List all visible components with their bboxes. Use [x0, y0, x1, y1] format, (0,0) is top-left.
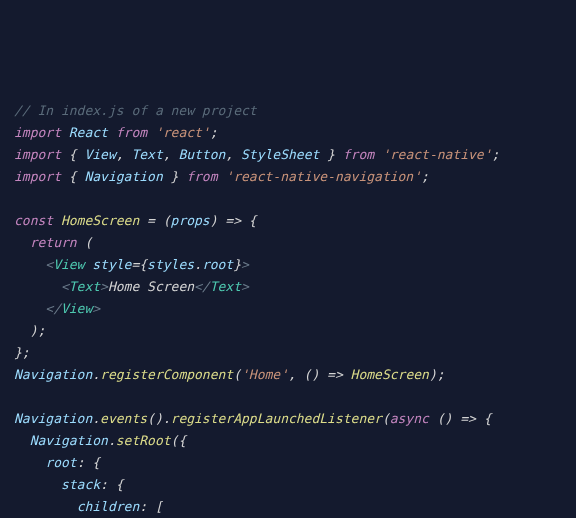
angle: </ — [194, 279, 210, 294]
dot: . — [108, 433, 116, 448]
jsx-view: View — [53, 257, 84, 272]
paren: ( — [233, 367, 241, 382]
colon: : { — [77, 455, 100, 470]
id-navigation: Navigation — [30, 433, 108, 448]
close-brace: }; — [14, 345, 30, 360]
jsx-view-close: View — [61, 301, 92, 316]
kw-from: from — [186, 169, 217, 184]
brace: { — [69, 147, 85, 162]
id-stylesheet: StyleSheet — [241, 147, 319, 162]
fn-events: events — [100, 411, 147, 426]
paren: ( — [382, 411, 390, 426]
semi: ; — [421, 169, 429, 184]
semi: ; — [492, 147, 500, 162]
kw-import: import — [14, 169, 61, 184]
paren: (). — [147, 411, 170, 426]
comma: , — [225, 147, 241, 162]
id-view: View — [84, 147, 115, 162]
prop-root: root — [45, 455, 76, 470]
comma: , — [116, 147, 132, 162]
id-text: Text — [131, 147, 162, 162]
arrow: () => { — [429, 411, 492, 426]
kw-return: return — [30, 235, 77, 250]
colon: : [ — [139, 499, 162, 514]
angle: < — [45, 257, 53, 272]
prop-children: children — [77, 499, 140, 514]
dot: . — [194, 257, 202, 272]
str-home: 'Home' — [241, 367, 288, 382]
fn-registerapplaunched: registerAppLaunchedListener — [171, 411, 382, 426]
paren: ( — [77, 235, 93, 250]
angle: </ — [45, 301, 61, 316]
kw-import: import — [14, 147, 61, 162]
colon: : { — [100, 477, 123, 492]
brace: } — [319, 147, 335, 162]
fn-registercomponent: registerComponent — [100, 367, 233, 382]
fn-setroot: setRoot — [116, 433, 171, 448]
close: ); — [429, 367, 445, 382]
kw-from: from — [343, 147, 374, 162]
kw-const: const — [14, 213, 53, 228]
close-paren: ); — [14, 323, 45, 338]
angle: < — [61, 279, 69, 294]
dot: . — [92, 411, 100, 426]
brace: { — [139, 257, 147, 272]
fn-homescreen: HomeScreen — [351, 367, 429, 382]
kw-async: async — [390, 411, 429, 426]
id-navigation: Navigation — [84, 169, 162, 184]
id-button: Button — [178, 147, 225, 162]
angle: > — [241, 257, 249, 272]
brace: } — [163, 169, 179, 184]
angle: > — [100, 279, 108, 294]
angle: > — [92, 301, 100, 316]
str-rn: 'react-native' — [382, 147, 492, 162]
prop-stack: stack — [61, 477, 100, 492]
arrow: , () => — [288, 367, 351, 382]
semi: ; — [210, 125, 218, 140]
fn-homescreen: HomeScreen — [61, 213, 139, 228]
id-root: root — [202, 257, 233, 272]
eq: = ( — [139, 213, 170, 228]
id-props: props — [171, 213, 210, 228]
arrow: ) => { — [210, 213, 257, 228]
comment-line: // In index.js of a new project — [14, 103, 257, 118]
jsx-text: Text — [69, 279, 100, 294]
str-react: 'react' — [155, 125, 210, 140]
jsx-text-close: Text — [210, 279, 241, 294]
angle: > — [241, 279, 249, 294]
brace: { — [69, 169, 85, 184]
code-block: // In index.js of a new project import R… — [14, 100, 562, 518]
comma: , — [163, 147, 179, 162]
id-react: React — [69, 125, 108, 140]
brace: } — [233, 257, 241, 272]
dot: . — [92, 367, 100, 382]
kw-from: from — [116, 125, 147, 140]
id-navigation: Navigation — [14, 411, 92, 426]
attr-style: style — [92, 257, 131, 272]
id-navigation: Navigation — [14, 367, 92, 382]
str-rnn: 'react-native-navigation' — [225, 169, 421, 184]
paren: ({ — [171, 433, 187, 448]
kw-import: import — [14, 125, 61, 140]
id-styles: styles — [147, 257, 194, 272]
text-content: Home Screen — [108, 279, 194, 294]
